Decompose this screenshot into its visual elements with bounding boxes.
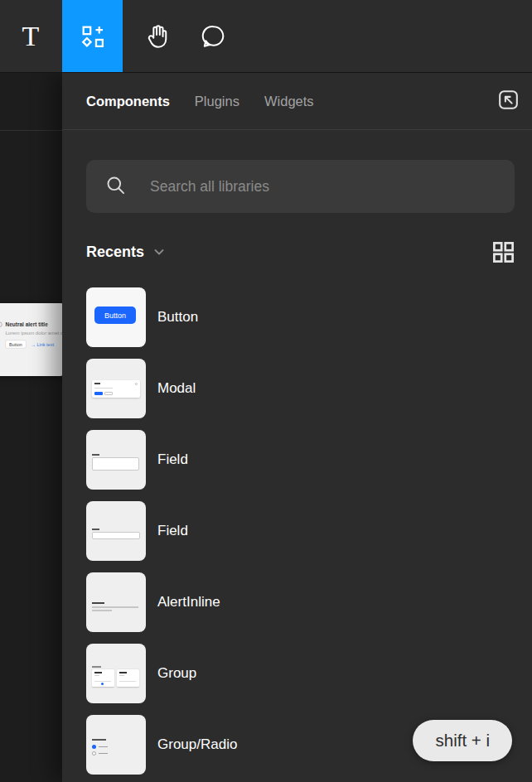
thumb-field-input	[92, 532, 140, 539]
tab-components[interactable]: Components	[86, 94, 170, 109]
component-label: Group	[157, 665, 196, 682]
thumb-modal-preview	[92, 380, 140, 398]
component-label: Button	[157, 309, 198, 326]
button-component-thumbnail: Button	[86, 287, 146, 347]
list-item-field-2[interactable]: Field	[86, 501, 532, 561]
canvas-frame-divider	[0, 130, 62, 131]
alert-title: Neutral alert title	[6, 321, 48, 328]
thumb-field-label	[92, 454, 99, 456]
search-icon	[104, 174, 127, 200]
search-input[interactable]	[150, 178, 496, 196]
recents-dropdown-label[interactable]: Recents	[86, 244, 144, 261]
panel-tabs: Components Plugins Widgets	[86, 94, 314, 109]
comment-tool-button[interactable]	[189, 0, 239, 72]
chevron-down-icon[interactable]	[153, 247, 165, 257]
component-label: Field	[157, 451, 188, 468]
alert-link: → Link text	[31, 342, 54, 347]
radio-off-icon	[92, 751, 96, 755]
shortcut-badge-label: shift + i	[435, 731, 490, 751]
popout-arrow-icon	[496, 87, 521, 116]
canvas-alert-preview-card[interactable]: i Neutral alert title Lorem ipsum dolor …	[0, 303, 65, 376]
thumb-field-label	[92, 529, 99, 530]
alert-body-text: Lorem ipsum dolor amet consec	[6, 331, 65, 336]
comment-icon	[201, 23, 227, 50]
text-tool-icon: T	[22, 21, 40, 52]
list-item-alertinline[interactable]: AlertInline	[86, 572, 532, 632]
list-item-field[interactable]: Field	[86, 430, 532, 490]
thumb-button-preview: Button	[94, 307, 136, 324]
tab-plugins[interactable]: Plugins	[195, 94, 239, 109]
info-icon: i	[0, 322, 2, 328]
hand-icon	[144, 23, 171, 50]
components-icon	[79, 22, 107, 51]
list-item-modal[interactable]: Modal	[86, 359, 532, 418]
group-radio-component-thumbnail	[86, 715, 146, 775]
hand-tool-button[interactable]	[133, 0, 182, 72]
list-item-button[interactable]: Button Button	[86, 287, 532, 347]
field-component-thumbnail	[86, 430, 146, 490]
alertinline-component-thumbnail	[86, 572, 146, 632]
list-item-group[interactable]: Group	[86, 644, 532, 703]
panel-header: Components Plugins Widgets	[62, 73, 532, 130]
search-box[interactable]	[86, 160, 515, 213]
popout-button[interactable]	[494, 86, 522, 116]
component-label: Modal	[157, 380, 196, 397]
toolbar: T	[0, 0, 532, 73]
assets-tool-button[interactable]	[62, 0, 123, 72]
components-list: Button Button Modal Field	[86, 287, 532, 775]
component-label: AlertInline	[157, 594, 220, 611]
field-component-thumbnail	[86, 501, 146, 561]
grid-view-button[interactable]	[492, 241, 515, 263]
thumb-field-input	[92, 457, 139, 471]
group-component-thumbnail	[86, 644, 146, 703]
alert-button: Button	[6, 340, 27, 349]
shortcut-badge: shift + i	[413, 720, 512, 761]
modal-component-thumbnail	[86, 359, 146, 418]
tab-widgets[interactable]: Widgets	[264, 94, 314, 109]
text-tool-button[interactable]: T	[7, 0, 55, 72]
component-label: Field	[157, 523, 188, 539]
canvas-alert-preview-content: i Neutral alert title Lorem ipsum dolor …	[0, 303, 65, 349]
radio-on-icon	[92, 745, 96, 749]
assets-panel: Components Plugins Widgets Recents	[62, 73, 532, 782]
component-label: Group/Radio	[157, 736, 237, 753]
recents-row: Recents	[86, 240, 515, 263]
